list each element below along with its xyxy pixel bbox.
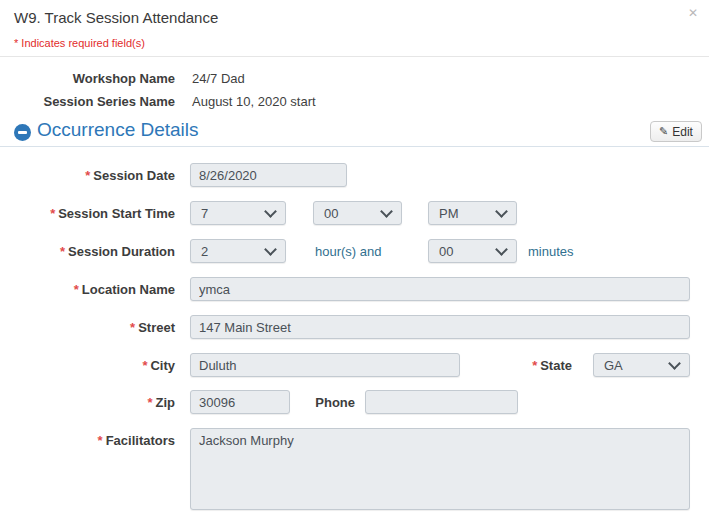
street-row: *Street [0, 315, 709, 339]
location-name-row: *Location Name [0, 277, 709, 301]
required-asterisk: * [130, 320, 135, 335]
start-minute-select[interactable]: 00 [313, 201, 402, 225]
required-asterisk: * [532, 358, 537, 373]
start-hour-value: 7 [201, 206, 208, 221]
zip-label: *Zip [0, 395, 175, 410]
session-duration-label: *Session Duration [0, 244, 175, 259]
duration-hours-value: 2 [201, 244, 208, 259]
workshop-name-label: Workshop Name [0, 71, 175, 86]
duration-minutes-value: 00 [439, 244, 453, 259]
session-series-name-value: August 10, 2020 start [192, 94, 316, 109]
required-asterisk: * [50, 206, 55, 221]
required-note: * Indicates required field(s) [14, 37, 145, 49]
required-asterisk: * [147, 395, 152, 410]
facilitators-textarea[interactable]: Jackson Murphy [190, 428, 690, 510]
city-label: *City [0, 358, 175, 373]
chevron-down-icon [380, 205, 393, 218]
session-start-time-label: *Session Start Time [0, 206, 175, 221]
session-date-input[interactable] [190, 163, 347, 187]
start-ampm-select[interactable]: PM [428, 201, 517, 225]
state-value: GA [604, 358, 623, 373]
collapse-minus-circle-icon[interactable] [14, 124, 31, 141]
session-start-time-row: *Session Start Time 7 00 PM [0, 201, 709, 225]
zip-phone-row: *Zip Phone [0, 390, 709, 414]
phone-input[interactable] [365, 390, 518, 414]
pencil-icon: ✎ [659, 125, 668, 138]
state-label: *State [460, 358, 572, 373]
modal-title: W9. Track Session Attendance [14, 9, 218, 26]
duration-minutes-select[interactable]: 00 [428, 239, 517, 263]
header-divider [0, 56, 709, 57]
duration-hours-select[interactable]: 2 [190, 239, 286, 263]
session-date-label: *Session Date [0, 168, 175, 183]
chevron-down-icon [495, 243, 508, 256]
facilitators-label: *Facilitators [0, 433, 175, 448]
state-select[interactable]: GA [593, 353, 690, 377]
location-name-label: *Location Name [0, 282, 175, 297]
edit-button-label: Edit [672, 125, 693, 139]
start-ampm-value: PM [439, 206, 459, 221]
duration-minutes-suffix: minutes [528, 244, 574, 259]
chevron-down-icon [495, 205, 508, 218]
session-duration-row: *Session Duration 2 hour(s) and 00 minut… [0, 239, 709, 263]
start-hour-select[interactable]: 7 [190, 201, 286, 225]
required-asterisk: * [85, 168, 90, 183]
track-session-attendance-modal: W9. Track Session Attendance ✕ * Indicat… [0, 0, 709, 517]
city-state-row: *City *State GA [0, 353, 709, 377]
session-series-name-label: Session Series Name [0, 94, 175, 109]
required-asterisk: * [60, 244, 65, 259]
required-asterisk: * [142, 358, 147, 373]
duration-hours-suffix: hour(s) and [315, 244, 381, 259]
edit-button[interactable]: ✎ Edit [650, 121, 702, 142]
required-asterisk: * [98, 433, 103, 448]
facilitators-row: *Facilitators Jackson Murphy [0, 428, 709, 510]
city-input[interactable] [190, 353, 460, 377]
location-name-input[interactable] [190, 277, 690, 301]
chevron-down-icon [264, 205, 277, 218]
session-date-row: *Session Date [0, 163, 709, 187]
chevron-down-icon [668, 357, 681, 370]
required-asterisk: * [74, 282, 79, 297]
chevron-down-icon [264, 243, 277, 256]
minus-bar [18, 131, 27, 134]
section-divider [0, 146, 709, 147]
street-input[interactable] [190, 315, 690, 339]
phone-label: Phone [240, 395, 355, 410]
workshop-name-value: 24/7 Dad [192, 71, 245, 86]
section-title: Occurrence Details [37, 119, 199, 141]
start-minute-value: 00 [324, 206, 338, 221]
street-label: *Street [0, 320, 175, 335]
close-icon[interactable]: ✕ [688, 6, 698, 20]
